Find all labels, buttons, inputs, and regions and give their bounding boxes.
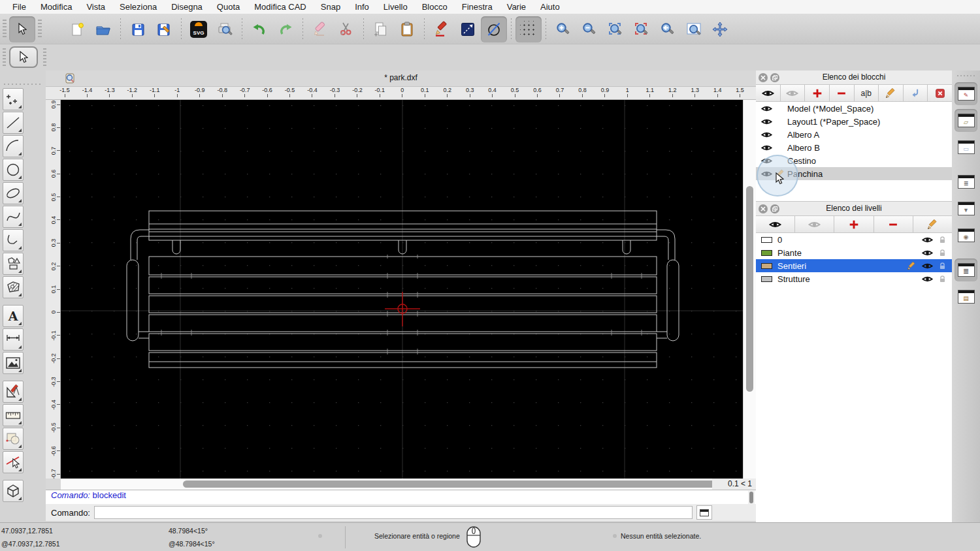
canvas-vertical-scrollbar[interactable]: [743, 100, 756, 479]
solid-3d-tools-button[interactable]: [3, 480, 24, 502]
menu-item[interactable]: Quota: [210, 0, 247, 14]
block-list-item[interactable]: Albero B: [756, 141, 952, 154]
arc-tool-button[interactable]: [3, 135, 24, 157]
rename-block-button[interactable]: a|b: [855, 85, 879, 101]
drawing-canvas[interactable]: [61, 100, 743, 479]
shape-tool-button[interactable]: [3, 253, 24, 275]
command-input[interactable]: [94, 506, 693, 519]
auto-zoom-button[interactable]: [602, 16, 629, 42]
zoom-in-button[interactable]: [550, 16, 576, 42]
lock-icon[interactable]: [938, 248, 947, 258]
menu-item[interactable]: File: [5, 0, 33, 14]
text-tool-button[interactable]: A: [3, 305, 24, 327]
modify-selection-button[interactable]: [3, 451, 24, 473]
print-preview-button[interactable]: [212, 16, 238, 42]
line-tool-button[interactable]: [455, 16, 481, 42]
lock-icon[interactable]: [938, 261, 947, 271]
command-history-scrollbar[interactable]: [748, 491, 755, 504]
panel-toggle-button[interactable]: [955, 259, 977, 281]
add-block-button[interactable]: [805, 85, 830, 101]
menu-item[interactable]: Livello: [376, 0, 415, 14]
panel-toggle-button[interactable]: [955, 82, 977, 105]
new-document-button[interactable]: [64, 16, 90, 42]
edit-layer-button[interactable]: [913, 216, 952, 232]
hide-all-layers-button[interactable]: [795, 216, 834, 232]
command-options-button[interactable]: [696, 505, 712, 520]
redo-button[interactable]: [272, 16, 299, 42]
circle-slash-tool-button[interactable]: [481, 16, 507, 42]
add-layer-button[interactable]: [834, 216, 874, 232]
horizontal-scroll-handle[interactable]: [183, 480, 720, 488]
layer-list-item[interactable]: Piante: [756, 246, 952, 259]
layer-list-item[interactable]: Sentieri: [756, 259, 952, 272]
visibility-eye-icon[interactable]: [761, 131, 772, 139]
visibility-eye-icon[interactable]: [761, 104, 772, 113]
insert-block-button[interactable]: [904, 85, 928, 101]
visibility-eye-icon[interactable]: [922, 262, 933, 270]
open-file-button[interactable]: [90, 16, 116, 42]
circle-tool-button[interactable]: [3, 159, 24, 181]
menu-item[interactable]: Snap: [314, 0, 348, 14]
canvas-horizontal-scrollbar[interactable]: [61, 479, 712, 490]
block-list-item[interactable]: Albero A: [756, 128, 952, 141]
panel-toggle-button[interactable]: [955, 170, 977, 193]
visibility-eye-icon[interactable]: [761, 144, 772, 152]
hide-all-blocks-button[interactable]: [781, 85, 806, 101]
grid-toggle-button[interactable]: [515, 16, 542, 42]
undock-panel-icon[interactable]: [770, 204, 779, 213]
undo-button[interactable]: [246, 16, 272, 42]
visibility-eye-icon[interactable]: [761, 118, 772, 126]
visibility-eye-icon[interactable]: [922, 275, 933, 283]
remove-layer-button[interactable]: [874, 216, 913, 232]
menu-item[interactable]: Info: [348, 0, 376, 14]
visibility-eye-icon[interactable]: [922, 249, 933, 257]
undock-panel-icon[interactable]: [770, 73, 779, 82]
draw-pen-button[interactable]: [429, 16, 455, 42]
copy-button[interactable]: [368, 16, 394, 42]
points-tool-button[interactable]: [3, 88, 24, 110]
zoom-window-button[interactable]: [681, 16, 707, 42]
panel-toggle-button[interactable]: [955, 224, 977, 247]
selection-tool-button[interactable]: [9, 46, 38, 68]
paste-button[interactable]: [394, 16, 420, 42]
panel-toggle-button[interactable]: [955, 285, 977, 308]
close-panel-icon[interactable]: [759, 73, 768, 82]
zoom-out-button[interactable]: [576, 16, 602, 42]
show-all-blocks-button[interactable]: [756, 85, 781, 101]
visibility-eye-icon[interactable]: [922, 236, 933, 244]
lock-icon[interactable]: [938, 235, 947, 245]
menu-item[interactable]: Modifica CAD: [247, 0, 313, 14]
line-tool-button[interactable]: [3, 112, 24, 134]
layer-list-item[interactable]: Strutture: [756, 272, 952, 285]
layer-list-item[interactable]: 0: [756, 233, 952, 246]
menu-item[interactable]: Vista: [79, 0, 112, 14]
command-history[interactable]: Comando: blockedit: [46, 490, 756, 504]
block-list-item[interactable]: Model (*Model_Space): [756, 102, 952, 115]
menu-item[interactable]: Modifica: [33, 0, 79, 14]
panel-toggle-button[interactable]: [955, 197, 977, 220]
menu-item[interactable]: Varie: [500, 0, 533, 14]
menu-item[interactable]: Seleziona: [112, 0, 164, 14]
zoom-selection-button[interactable]: [629, 16, 655, 42]
lock-icon[interactable]: [938, 274, 947, 284]
menu-item[interactable]: Disegna: [164, 0, 210, 14]
show-all-layers-button[interactable]: [756, 216, 795, 232]
block-tools-button[interactable]: [3, 428, 24, 450]
cut-button[interactable]: [333, 16, 359, 42]
menu-item[interactable]: Finestra: [455, 0, 500, 14]
dimension-tool-button[interactable]: [3, 328, 24, 351]
menu-item[interactable]: Aiuto: [533, 0, 567, 14]
modify-tools-button[interactable]: [3, 381, 24, 403]
save-button[interactable]: [125, 16, 151, 42]
svg-export-button[interactable]: SVG: [186, 16, 212, 42]
delete-button[interactable]: [307, 16, 333, 42]
panel-toggle-button[interactable]: [955, 109, 977, 132]
panel-toggle-button[interactable]: [955, 136, 977, 159]
ellipse-tool-button[interactable]: [3, 182, 24, 204]
measure-tools-button[interactable]: [3, 404, 24, 426]
document-tab-title[interactable]: * park.dxf: [46, 73, 756, 82]
close-panel-icon[interactable]: [759, 204, 768, 213]
purge-block-button[interactable]: [928, 85, 952, 101]
image-tool-button[interactable]: [3, 352, 24, 374]
remove-block-button[interactable]: [830, 85, 855, 101]
